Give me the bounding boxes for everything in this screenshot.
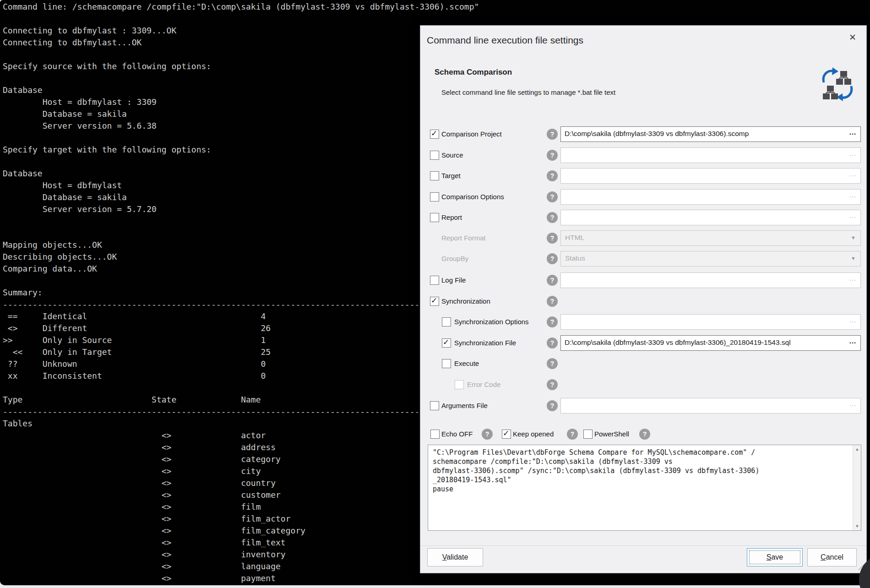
synchronization-file-checkbox[interactable]: ✓ bbox=[442, 338, 451, 348]
report-checkbox[interactable] bbox=[430, 213, 439, 222]
browse-button[interactable]: … bbox=[849, 400, 857, 408]
save-button[interactable]: Save bbox=[747, 548, 803, 566]
help-icon[interactable]: ? bbox=[547, 358, 558, 369]
browse-button[interactable]: … bbox=[849, 274, 857, 283]
browse-button[interactable]: … bbox=[849, 316, 857, 324]
dialog-title: Command line execution file settings bbox=[427, 35, 583, 46]
browse-button[interactable]: … bbox=[849, 212, 857, 220]
scrollbar[interactable]: ▲ ▼ bbox=[853, 445, 861, 530]
command-line-settings-dialog: Command line execution file settings ✕ S… bbox=[420, 25, 867, 573]
source-row: Source ? … bbox=[420, 147, 866, 163]
synchronization-row: ✓ Synchronization ? bbox=[420, 294, 866, 309]
help-icon[interactable]: ? bbox=[547, 338, 558, 348]
help-icon[interactable]: ? bbox=[547, 275, 558, 286]
keep-opened-checkbox[interactable]: ✓ bbox=[502, 430, 511, 439]
error-code-row: Error Code ? bbox=[420, 377, 866, 392]
synchronization-file-field[interactable]: D:\comp\sakila (dbfmylast-3309 vs dbfmyl… bbox=[560, 335, 861, 351]
synchronization-options-field[interactable]: … bbox=[560, 314, 861, 330]
echo-off-checkbox[interactable] bbox=[430, 430, 440, 439]
comparison-options-field[interactable]: … bbox=[560, 189, 861, 205]
help-icon[interactable]: ? bbox=[547, 170, 558, 181]
scroll-up-icon[interactable]: ▲ bbox=[853, 445, 861, 453]
comparison-project-field[interactable]: D:\comp\sakila (dbfmylast-3309 vs dbfmyl… bbox=[560, 126, 861, 142]
report-format-row: Report Format ? HTML ▼ bbox=[420, 230, 866, 246]
help-icon[interactable]: ? bbox=[547, 150, 558, 161]
execute-checkbox[interactable] bbox=[442, 359, 451, 368]
log-file-row: Log File ? … bbox=[420, 272, 866, 288]
arguments-file-field[interactable]: … bbox=[560, 398, 861, 414]
cancel-button[interactable]: Cancel bbox=[807, 548, 857, 566]
arguments-file-checkbox[interactable] bbox=[430, 401, 439, 410]
groupby-combo[interactable]: Status ▼ bbox=[560, 251, 861, 267]
target-checkbox[interactable] bbox=[430, 171, 439, 180]
source-field[interactable]: … bbox=[560, 147, 861, 163]
comparison-project-row: ✓ Comparison Project ? D:\comp\sakila (d… bbox=[420, 126, 866, 142]
groupby-row: GroupBy ? Status ▼ bbox=[420, 251, 866, 267]
bat-text: "C:\Program Files\Devart\dbForge Schema … bbox=[433, 448, 759, 494]
target-row: Target ? … bbox=[420, 168, 866, 184]
chevron-down-icon: ▼ bbox=[851, 235, 856, 240]
error-code-checkbox[interactable] bbox=[455, 380, 464, 389]
browse-button[interactable]: … bbox=[849, 149, 857, 158]
synchronization-options-checkbox[interactable] bbox=[442, 317, 451, 327]
comparison-project-checkbox[interactable]: ✓ bbox=[430, 130, 439, 139]
powershell-checkbox[interactable] bbox=[583, 430, 593, 439]
report-field[interactable]: … bbox=[560, 210, 861, 225]
execute-row: Execute ? bbox=[420, 356, 866, 371]
synchronization-file-row: ✓ Synchronization File ? D:\comp\sakila … bbox=[420, 335, 866, 351]
section-description: Select command line file settings to man… bbox=[441, 88, 615, 96]
log-file-field[interactable]: … bbox=[560, 272, 861, 288]
section-title: Schema Comparison bbox=[435, 68, 512, 77]
browse-button[interactable]: … bbox=[849, 170, 857, 178]
bat-options-row: Echo OFF ? ✓ Keep opened ? PowerShell ? bbox=[420, 426, 866, 442]
help-icon[interactable]: ? bbox=[547, 191, 558, 202]
console-output: Command line: /schemacompare /compfile:"… bbox=[3, 1, 479, 584]
bat-text-area[interactable]: "C:\Program Files\Devart\dbForge Schema … bbox=[428, 445, 861, 531]
report-format-combo[interactable]: HTML ▼ bbox=[560, 230, 861, 246]
browse-button[interactable]: … bbox=[849, 191, 857, 199]
help-icon[interactable]: ? bbox=[567, 429, 578, 440]
help-icon[interactable]: ? bbox=[547, 233, 558, 244]
scroll-down-icon[interactable]: ▼ bbox=[853, 522, 861, 530]
synchronization-options-row: Synchronization Options ? … bbox=[420, 314, 866, 330]
help-icon[interactable]: ? bbox=[547, 379, 558, 390]
arguments-file-row: Arguments File ? … bbox=[420, 398, 866, 414]
validate-button[interactable]: Validate bbox=[427, 548, 483, 566]
help-icon[interactable]: ? bbox=[639, 429, 650, 440]
browse-button[interactable]: … bbox=[849, 337, 857, 345]
synchronization-checkbox[interactable]: ✓ bbox=[430, 297, 439, 306]
source-checkbox[interactable] bbox=[430, 151, 439, 160]
help-icon[interactable]: ? bbox=[547, 296, 558, 307]
footer-divider bbox=[420, 545, 866, 546]
chevron-down-icon: ▼ bbox=[851, 256, 856, 261]
comparison-options-checkbox[interactable] bbox=[430, 192, 439, 201]
target-field[interactable]: … bbox=[560, 168, 861, 184]
comparison-options-row: Comparison Options ? … bbox=[420, 189, 866, 205]
schema-compare-icon bbox=[820, 65, 855, 103]
help-icon[interactable]: ? bbox=[547, 253, 558, 264]
help-icon[interactable]: ? bbox=[482, 429, 493, 440]
close-icon[interactable]: ✕ bbox=[846, 31, 859, 44]
report-row: Report ? … bbox=[420, 210, 866, 225]
screenshot-root: Command line: /schemacompare /compfile:"… bbox=[0, 0, 870, 588]
help-icon[interactable]: ? bbox=[547, 212, 558, 223]
help-icon[interactable]: ? bbox=[547, 316, 558, 327]
help-icon[interactable]: ? bbox=[547, 129, 558, 140]
browse-button[interactable]: … bbox=[849, 128, 857, 136]
log-file-checkbox[interactable] bbox=[430, 276, 439, 285]
help-icon[interactable]: ? bbox=[547, 400, 558, 411]
